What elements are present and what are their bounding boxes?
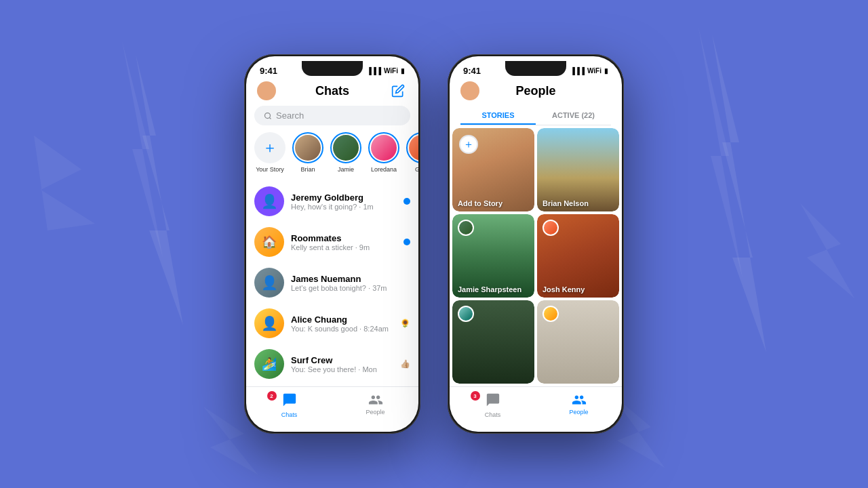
chat-list: 👤 Jeremy Goldberg Hey, how's it going? ·… <box>246 181 418 386</box>
chat-preview-jeremy: Hey, how's it going? · 1m <box>291 203 397 211</box>
story-name-gord: Gord <box>415 166 418 173</box>
stories-row: ＋ Your Story Brian Jamie <box>246 132 418 181</box>
chat-preview-james: Let's get boba tonight? · 37m <box>291 284 403 292</box>
chats-nav-label: Chats <box>281 411 298 418</box>
nav-people-people-screen[interactable]: People <box>536 392 622 418</box>
chats-badge-people: 3 <box>471 391 480 401</box>
unread-dot-jeremy <box>403 198 410 205</box>
story-name-loredana: Loredana <box>371 166 397 173</box>
story-item-gord[interactable]: Gord <box>406 132 418 173</box>
story-card-5[interactable] <box>452 300 534 384</box>
story-item-brian[interactable]: Brian <box>292 132 323 173</box>
tab-active[interactable]: ACTIVE (22) <box>536 106 611 125</box>
nav-chats[interactable]: 2 Chats <box>246 392 332 418</box>
story-card-josh[interactable]: Josh Kenny <box>537 214 619 298</box>
add-story-item[interactable]: ＋ Your Story <box>254 132 285 173</box>
story-avatar-loredana <box>368 132 399 163</box>
chat-item-roommates[interactable]: 🏠 Roommates Kelly sent a sticker · 9m <box>246 222 418 262</box>
story-name-brian: Brian <box>300 166 315 173</box>
svg-point-8 <box>265 113 271 118</box>
people-nav-icon-people <box>572 392 587 407</box>
chat-name-roommates: Roommates <box>291 233 397 243</box>
chat-name-james: James Nuemann <box>291 274 403 284</box>
chat-info-james: James Nuemann Let's get boba tonight? · … <box>291 274 403 292</box>
chat-meta-jeremy <box>403 198 410 205</box>
chat-item-surfcrew[interactable]: 🏄 Surf Crew You: See you there! · Mon 👍🏼 <box>246 344 418 384</box>
wifi-icon-people: WiFi <box>587 67 601 75</box>
people-tabs: STORIES ACTIVE (22) <box>460 106 611 125</box>
chat-info-alice: Alice Chuang You: K sounds good · 8:24am <box>291 314 393 333</box>
time-chats: 9:41 <box>260 66 277 76</box>
wifi-icon: WiFi <box>384 67 398 75</box>
user-avatar-chats[interactable] <box>257 81 276 100</box>
svg-marker-4 <box>34 136 95 230</box>
tab-stories[interactable]: STORIES <box>460 106 536 125</box>
story-avatar-gord <box>406 132 418 163</box>
signal-icon: ▐▐▐ <box>367 67 381 75</box>
nav-people-chats[interactable]: People <box>332 392 418 418</box>
people-nav-label-chats: People <box>366 409 384 415</box>
story-card-6[interactable] <box>537 300 619 384</box>
story-card-jamie[interactable]: Jamie Sharpsteen <box>452 214 534 298</box>
story-card-label-brian: Brian Nelson <box>542 199 589 207</box>
story-card-brian[interactable]: Brian Nelson <box>537 128 619 211</box>
compose-button[interactable] <box>389 81 408 100</box>
story-avatar-jamie <box>330 132 361 163</box>
chat-meta-roommates <box>403 239 410 245</box>
chats-title: Chats <box>315 84 349 98</box>
phone-chats: 9:41 ▐▐▐ WiFi ▮ Chats <box>244 54 420 434</box>
chat-item-alice[interactable]: 👤 Alice Chuang You: K sounds good · 8:24… <box>246 303 418 344</box>
chat-meta-alice: 🌻 <box>400 319 410 328</box>
chat-preview-surfcrew: You: See you there! · Mon <box>291 365 393 373</box>
story-user-avatar-jamie <box>458 220 474 236</box>
people-bottom-nav: 3 Chats People <box>450 386 622 432</box>
nav-chats-people-screen[interactable]: 3 Chats <box>450 392 536 418</box>
chat-avatar-james: 👤 <box>254 268 284 298</box>
people-screen: 9:41 ▐▐▐ WiFi ▮ People STORIES ACTIVE (2… <box>450 56 622 432</box>
chat-preview-alice: You: K sounds good · 8:24am <box>291 325 393 333</box>
svg-marker-1 <box>122 41 163 258</box>
chat-meta-surfcrew: 👍🏼 <box>400 359 410 369</box>
story-card-add[interactable]: ＋ Add to Story <box>452 128 534 211</box>
add-story-button[interactable]: ＋ <box>254 132 285 163</box>
chat-avatar-alice: 👤 <box>254 308 284 338</box>
story-user-avatar-josh <box>542 220 559 236</box>
phones-container: 9:41 ▐▐▐ WiFi ▮ Chats <box>244 54 624 434</box>
chat-item-jeremy[interactable]: 👤 Jeremy Goldberg Hey, how's it going? ·… <box>246 181 418 222</box>
chat-name-surfcrew: Surf Crew <box>291 355 393 365</box>
svg-marker-3 <box>698 27 743 278</box>
chat-avatar-roommates: 🏠 <box>254 227 284 257</box>
people-title: People <box>515 84 555 98</box>
status-icons-people: ▐▐▐ WiFi ▮ <box>570 67 608 75</box>
battery-icon-people: ▮ <box>604 67 608 75</box>
chat-preview-roommates: Kelly sent a sticker · 9m <box>291 243 397 251</box>
story-item-jamie[interactable]: Jamie <box>330 132 361 173</box>
chat-info-roommates: Roommates Kelly sent a sticker · 9m <box>291 233 397 251</box>
story-card-label-add: Add to Story <box>458 199 502 207</box>
status-icons-chats: ▐▐▐ WiFi ▮ <box>367 67 405 75</box>
search-icon <box>264 112 272 120</box>
notch-chats <box>302 61 363 76</box>
chat-name-alice: Alice Chuang <box>291 314 393 325</box>
chat-info-jeremy: Jeremy Goldberg Hey, how's it going? · 1… <box>291 192 397 211</box>
chats-badge: 2 <box>267 391 277 401</box>
people-nav-label-people: People <box>569 409 588 415</box>
phone-people: 9:41 ▐▐▐ WiFi ▮ People STORIES ACTIVE (2… <box>448 54 624 434</box>
unread-dot-roommates <box>403 239 410 245</box>
notch-people <box>505 61 566 76</box>
chat-item-james[interactable]: 👤 James Nuemann Let's get boba tonight? … <box>246 262 418 303</box>
svg-marker-2 <box>712 34 766 352</box>
story-card-label-josh: Josh Kenny <box>542 285 585 293</box>
chats-nav-icon-people <box>486 392 500 407</box>
svg-marker-5 <box>800 203 854 298</box>
search-bar[interactable]: Search <box>254 106 410 125</box>
emoji-reaction-alice: 🌻 <box>400 319 410 328</box>
story-item-loredana[interactable]: Loredana <box>368 132 399 173</box>
chat-info-surfcrew: Surf Crew You: See you there! · Mon <box>291 355 393 373</box>
chat-avatar-jeremy: 👤 <box>254 186 284 216</box>
user-avatar-people[interactable] <box>460 81 479 100</box>
chats-header: Chats <box>246 79 418 106</box>
emoji-reaction-surfcrew: 👍🏼 <box>400 359 410 369</box>
story-card-label-jamie: Jamie Sharpsteen <box>458 285 521 293</box>
chat-name-jeremy: Jeremy Goldberg <box>291 192 397 203</box>
